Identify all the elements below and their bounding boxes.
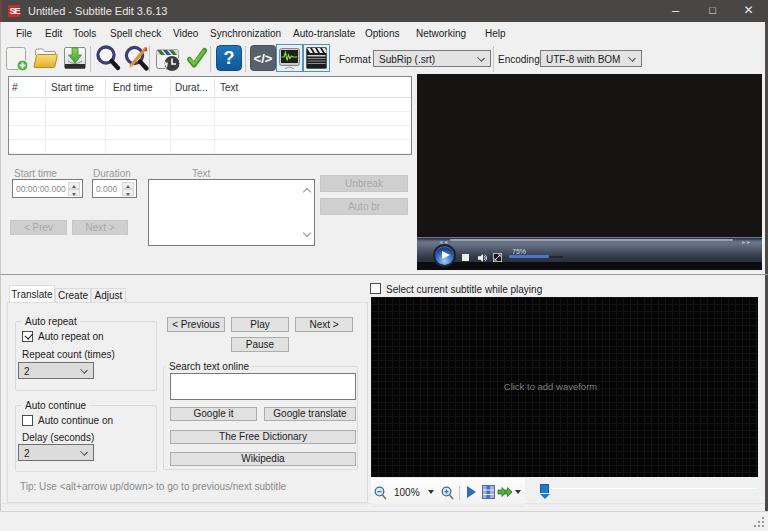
svg-text:?: ? <box>224 48 235 68</box>
svg-text:</>: </> <box>254 51 273 66</box>
